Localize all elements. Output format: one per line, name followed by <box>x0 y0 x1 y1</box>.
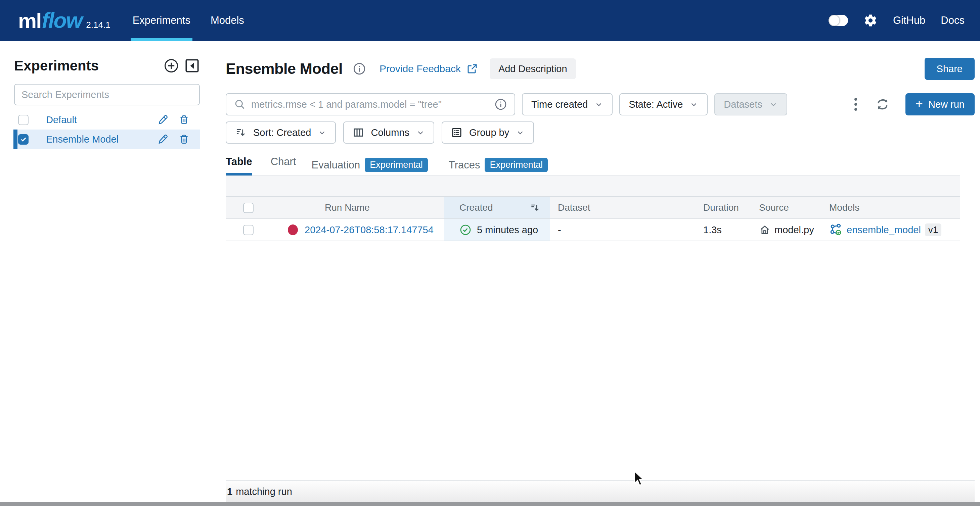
row-checkbox[interactable] <box>243 225 254 235</box>
created-header-label: Created <box>460 202 493 213</box>
page-title: Ensemble Model <box>226 60 342 78</box>
query-info-icon[interactable] <box>494 98 507 111</box>
group-by-dropdown[interactable]: Group by <box>442 122 534 144</box>
tab-chart[interactable]: Chart <box>271 156 296 176</box>
columns-label: Columns <box>371 127 409 138</box>
more-options-icon[interactable] <box>852 95 860 113</box>
state-dropdown[interactable]: State: Active <box>619 93 708 116</box>
column-header-duration[interactable]: Duration <box>696 197 753 219</box>
check-circle-icon <box>460 224 471 236</box>
experiment-checkbox[interactable] <box>18 134 29 144</box>
home-icon <box>759 224 770 236</box>
experiment-list: Default Ensemble Model <box>13 110 200 149</box>
chevron-down-icon <box>516 128 525 137</box>
column-header-models[interactable]: Models <box>825 197 960 219</box>
runs-table: Run Name Created Dataset Duration Source… <box>226 176 960 241</box>
chevron-down-icon <box>416 128 425 137</box>
delete-experiment-icon[interactable] <box>178 114 190 125</box>
logo-ml-text: ml <box>18 9 41 33</box>
time-created-label: Time created <box>531 99 588 110</box>
column-header-source[interactable]: Source <box>753 197 825 219</box>
run-dataset-value: - <box>550 219 696 241</box>
delete-experiment-icon[interactable] <box>178 133 190 145</box>
run-name-link[interactable]: 2024-07-26T08:58:17.147754 <box>305 224 434 236</box>
matching-run-count: 1 <box>227 486 232 497</box>
window-bottom-edge <box>0 502 980 506</box>
mlflow-app: ml flow 2.14.1 Experiments Models GitHub… <box>0 0 980 506</box>
edit-experiment-icon[interactable] <box>158 133 170 145</box>
experiment-item-default[interactable]: Default <box>13 110 200 130</box>
run-duration-value: 1.3s <box>696 219 753 241</box>
experiments-sidebar: Experiments Default <box>0 41 208 502</box>
tab-table[interactable]: Table <box>226 156 252 176</box>
chevron-down-icon <box>769 100 778 109</box>
experiment-checkbox[interactable] <box>18 115 29 125</box>
experiment-label[interactable]: Default <box>46 114 77 125</box>
matching-run-label: matching run <box>236 486 292 497</box>
sidebar-title: Experiments <box>14 58 99 74</box>
tab-evaluation[interactable]: Evaluation <box>311 159 360 171</box>
run-search-input[interactable] <box>251 99 494 110</box>
group-by-icon <box>451 127 463 138</box>
sort-descending-icon[interactable] <box>530 202 540 213</box>
new-run-label: New run <box>928 99 964 110</box>
nav-tab-experiments[interactable]: Experiments <box>130 0 192 41</box>
state-label: State: Active <box>629 99 683 110</box>
chevron-down-icon <box>595 100 603 109</box>
external-link-icon[interactable] <box>466 63 478 75</box>
provide-feedback-link[interactable]: Provide Feedback <box>380 63 461 75</box>
group-by-label: Group by <box>469 127 509 138</box>
column-header-dataset[interactable]: Dataset <box>550 197 696 219</box>
experiment-info-icon[interactable] <box>353 62 366 76</box>
github-link[interactable]: GitHub <box>893 14 925 27</box>
toggle-knob <box>829 15 840 26</box>
run-source-value[interactable]: model.py <box>775 224 814 236</box>
share-button[interactable]: Share <box>924 58 975 80</box>
sort-dropdown[interactable]: Sort: Created <box>226 122 336 144</box>
sort-label: Sort: Created <box>253 127 311 138</box>
column-header-created[interactable]: Created <box>444 197 550 219</box>
model-version-badge: v1 <box>925 224 942 236</box>
collapse-sidebar-icon[interactable] <box>185 58 200 73</box>
logo-flow-text: flow <box>41 8 82 33</box>
theme-toggle[interactable] <box>829 15 848 26</box>
datasets-label: Datasets <box>724 99 762 110</box>
tab-traces[interactable]: Traces <box>449 159 480 171</box>
new-run-button[interactable]: + New run <box>905 93 975 116</box>
experiment-label[interactable]: Ensemble Model <box>46 134 119 145</box>
edit-experiment-icon[interactable] <box>158 114 170 126</box>
plus-icon: + <box>916 97 923 110</box>
select-all-checkbox[interactable] <box>243 203 254 213</box>
refresh-icon[interactable] <box>875 97 890 112</box>
experiment-search-box <box>14 84 200 105</box>
navbar-right: GitHub Docs <box>829 0 964 41</box>
search-icon <box>234 98 246 110</box>
tab-traces-group[interactable]: Traces Experimental <box>449 158 548 176</box>
version-label: 2.14.1 <box>86 20 110 30</box>
table-toolbar-strip <box>226 176 960 197</box>
experiment-item-ensemble-model[interactable]: Ensemble Model <box>13 130 200 149</box>
chevron-down-icon <box>689 100 698 109</box>
mlflow-logo[interactable]: ml flow 2.14.1 <box>18 0 110 41</box>
experiment-search-input[interactable] <box>21 89 192 100</box>
columns-dropdown[interactable]: Columns <box>343 122 434 144</box>
add-description-button[interactable]: Add Description <box>490 59 576 79</box>
column-header-run-name[interactable]: Run Name <box>271 197 444 219</box>
table-row[interactable]: 2024-07-26T08:58:17.147754 5 minutes ago… <box>226 219 960 241</box>
sort-icon <box>235 127 247 138</box>
nav-tab-models[interactable]: Models <box>208 0 246 41</box>
top-navbar: ml flow 2.14.1 Experiments Models GitHub… <box>0 0 980 41</box>
table-header-row: Run Name Created Dataset Duration Source… <box>226 197 960 219</box>
model-name-link[interactable]: ensemble_model <box>847 224 921 236</box>
docs-link[interactable]: Docs <box>941 14 964 27</box>
chevron-down-icon <box>318 128 326 137</box>
experiment-main-panel: Ensemble Model Provide Feedback Add Desc… <box>208 41 980 502</box>
run-status-dot <box>288 224 298 235</box>
columns-icon <box>353 127 364 138</box>
tab-evaluation-group[interactable]: Evaluation Experimental <box>311 158 428 176</box>
time-created-dropdown[interactable]: Time created <box>522 93 612 116</box>
gear-icon[interactable] <box>864 13 878 27</box>
navbar-tabs: Experiments Models <box>130 0 246 41</box>
datasets-dropdown[interactable]: Datasets <box>714 93 787 116</box>
new-experiment-icon[interactable] <box>164 58 179 73</box>
